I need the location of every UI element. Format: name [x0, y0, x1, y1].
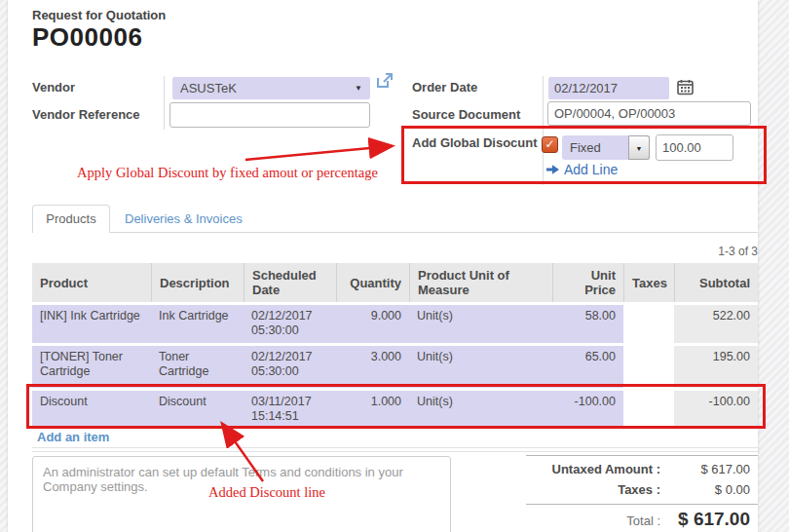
cell-quantity[interactable]: 3.000: [336, 346, 409, 388]
column-header-subtotal[interactable]: Subtotal: [674, 263, 758, 302]
arrow-right-icon: [546, 164, 559, 175]
cell-description[interactable]: Toner Cartridge: [151, 346, 244, 388]
cell-quantity[interactable]: 1.000: [336, 391, 409, 428]
totals-divider: [526, 504, 758, 505]
section-divider: [32, 447, 758, 448]
totals-panel: Untaxed Amount : $ 617.00 Taxes : $ 0.00…: [526, 455, 758, 530]
check-icon: ✓: [545, 137, 554, 151]
column-header-product[interactable]: Product: [32, 276, 151, 290]
untaxed-amount-row: Untaxed Amount : $ 617.00: [526, 462, 758, 476]
total-label: Total :: [526, 513, 660, 528]
cell-scheduled-date[interactable]: 02/12/2017 05:30:00: [244, 305, 336, 343]
global-discount-label: Add Global Disocunt: [412, 135, 538, 150]
cell-subtotal: 195.00: [674, 346, 758, 388]
document-type-label: Request for Quotation: [32, 8, 166, 22]
calendar-icon[interactable]: [677, 79, 694, 99]
cell-uom[interactable]: Unit(s): [409, 346, 552, 388]
vendor-reference-label: Vendor Reference: [32, 107, 140, 122]
cell-taxes[interactable]: [623, 305, 674, 343]
external-link-icon[interactable]: [375, 71, 394, 95]
tab-divider: [32, 232, 758, 233]
cell-description[interactable]: Discount: [151, 391, 244, 428]
order-lines-table: Product Description Scheduled Date Quant…: [32, 263, 758, 428]
table-row[interactable]: [INK] Ink Cartridge Ink Cartridge 02/12/…: [32, 305, 758, 343]
global-discount-checkbox[interactable]: ✓: [542, 136, 558, 153]
table-header: Product Description Scheduled Date Quant…: [32, 263, 758, 302]
annotation-note-discount-line: Added Discount line: [208, 484, 325, 501]
cell-scheduled-date[interactable]: 02/12/2017 05:30:00: [244, 346, 336, 388]
order-date-field[interactable]: 02/12/2017 23:49:28: [548, 77, 669, 99]
add-line-label: Add Line: [564, 162, 618, 177]
cell-product[interactable]: Discount: [32, 391, 151, 428]
cell-description[interactable]: Ink Cartridge: [151, 305, 244, 343]
annotation-note-global-discount: Apply Global Discount by fixed amout or …: [77, 165, 378, 181]
column-header-uom[interactable]: Product Unit of Measure: [409, 263, 552, 302]
order-date-label: Order Date: [412, 80, 477, 95]
taxes-label: Taxes :: [526, 482, 660, 497]
cell-product[interactable]: [INK] Ink Cartridge: [32, 305, 151, 343]
cell-unit-price[interactable]: -100.00: [552, 391, 623, 428]
cell-quantity[interactable]: 9.000: [336, 305, 409, 343]
table-row-discount[interactable]: Discount Discount 03/11/2017 15:14:51 1.…: [32, 391, 758, 428]
cell-subtotal: -100.00: [674, 391, 758, 428]
page-title: PO00006: [32, 22, 142, 53]
source-document-input[interactable]: [547, 101, 751, 126]
form-sheet: Request for Quotation PO00006 Vendor ASU…: [8, 0, 758, 532]
cell-unit-price[interactable]: 65.00: [552, 346, 623, 388]
request-for-quotation-page: Request for Quotation PO00006 Vendor ASU…: [0, 0, 789, 532]
source-document-label: Source Document: [412, 107, 520, 122]
cell-unit-price[interactable]: 58.00: [552, 305, 623, 343]
vendor-select-value: ASUSTeK: [172, 81, 237, 95]
chevron-down-icon: ▼: [355, 77, 362, 99]
discount-amount-input[interactable]: [656, 134, 733, 161]
column-header-taxes[interactable]: Taxes: [623, 263, 674, 302]
column-header-description[interactable]: Description: [151, 263, 244, 302]
tab-products-label: Products: [46, 211, 95, 226]
tab-deliveries-invoices[interactable]: Deliveries & Invoices: [125, 211, 243, 226]
cell-taxes[interactable]: [623, 391, 674, 428]
column-header-unit-price[interactable]: Unit Price: [552, 263, 623, 302]
select-dropdown-button[interactable]: ▼: [628, 135, 650, 160]
untaxed-amount-label: Untaxed Amount :: [526, 462, 660, 476]
cell-scheduled-date[interactable]: 03/11/2017 15:14:51: [244, 391, 336, 428]
column-header-scheduled-date[interactable]: Scheduled Date: [244, 263, 336, 302]
field-separator-left: [164, 76, 165, 130]
add-an-item-link[interactable]: Add an item: [37, 430, 109, 444]
untaxed-amount-value: $ 617.00: [660, 462, 758, 476]
column-header-quantity[interactable]: Quantity: [336, 263, 409, 302]
vendor-select[interactable]: ASUSTeK ▼: [172, 77, 370, 99]
total-row: Total : $ 617.00: [526, 509, 758, 530]
vendor-label: Vendor: [32, 80, 75, 95]
taxes-value: $ 0.00: [660, 482, 758, 497]
vendor-reference-input[interactable]: [169, 102, 370, 128]
field-separator-right: [543, 76, 544, 185]
add-line-link[interactable]: Add Line: [546, 162, 618, 177]
cell-taxes[interactable]: [623, 346, 674, 388]
cell-uom[interactable]: Unit(s): [409, 305, 552, 343]
tab-deliveries-invoices-label: Deliveries & Invoices: [125, 211, 243, 226]
taxes-row: Taxes : $ 0.00: [526, 482, 758, 497]
tab-products[interactable]: Products: [32, 205, 110, 233]
table-row[interactable]: [TONER] Toner Cartridge Toner Cartridge …: [32, 346, 758, 388]
section-divider: [32, 451, 758, 452]
total-value: $ 617.00: [660, 509, 758, 530]
cell-product[interactable]: [TONER] Toner Cartridge: [32, 346, 151, 388]
cell-subtotal: 522.00: [674, 305, 758, 343]
cell-uom[interactable]: Unit(s): [409, 391, 552, 428]
discount-type-select[interactable]: Fixed ▼: [562, 135, 650, 160]
pager[interactable]: 1-3 of 3: [680, 245, 758, 258]
chevron-down-icon: ▼: [636, 145, 643, 152]
